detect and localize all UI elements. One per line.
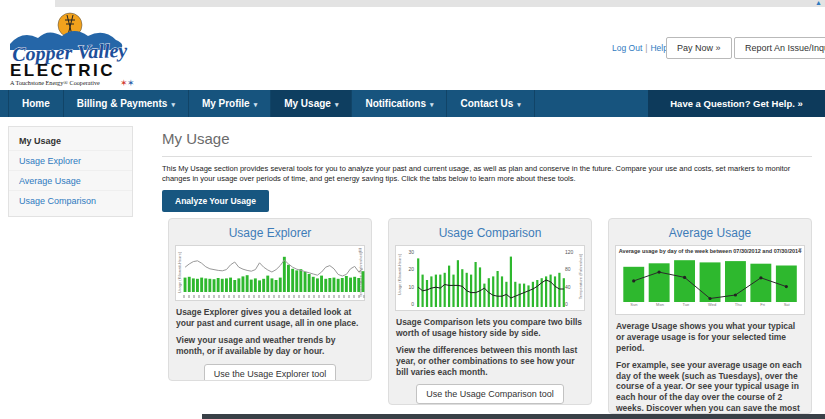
link-separator: |: [645, 43, 647, 53]
sidebar-item-average-usage[interactable]: Average Usage: [9, 171, 132, 191]
card-title: Usage Comparison: [395, 226, 585, 240]
usage-comparison-card: Usage Comparison Usage (Kilowatt-Hours) …: [388, 218, 592, 405]
use-usage-explorer-button[interactable]: Use the Usage Explorer tool: [204, 364, 337, 382]
y2-axis-ticks: 120 80 40 0: [565, 249, 577, 307]
logo-graphic: Copper Valley ELECTRIC A Touchstone Ener…: [8, 10, 140, 88]
sidebar-item-usage-comparison[interactable]: Usage Comparison: [9, 191, 132, 210]
chevron-down-icon: ▾: [171, 101, 175, 108]
average-usage-card: Average Usage Average usage by day of th…: [608, 218, 812, 414]
card-title: Average Usage: [615, 226, 805, 240]
page-title: My Usage: [162, 130, 812, 157]
company-logo[interactable]: Copper Valley ELECTRIC A Touchstone Ener…: [8, 10, 140, 88]
nav-item-contact-us[interactable]: Contact Us▾: [447, 90, 534, 117]
card-paragraph: For example, see your average usage on e…: [616, 360, 804, 414]
chevron-down-icon: ▾: [254, 101, 258, 108]
nav-item-my-profile[interactable]: My Profile▾: [189, 90, 271, 117]
card-title: Usage Explorer: [175, 226, 365, 240]
chart-menu-icon[interactable]: ≡: [358, 247, 362, 253]
usage-explorer-plot: [183, 250, 365, 292]
taskbar-strip: [202, 414, 825, 419]
y-axis-label: Usage (Kilowatt-Hours): [397, 254, 402, 295]
x-axis-day-labels: SunMonTueWedThuFriSat: [621, 302, 799, 307]
chevron-down-icon: ▾: [430, 101, 434, 108]
sidebar-item-usage-explorer[interactable]: Usage Explorer: [9, 151, 132, 171]
average-usage-chart: Average usage by day of the week between…: [615, 245, 805, 315]
card-paragraph: Usage Comparison lets you compare two bi…: [396, 317, 584, 339]
card-paragraph: Average Usage shows you what your typica…: [616, 321, 804, 354]
account-links: Log Out|Help: [612, 43, 668, 53]
log-out-link[interactable]: Log Out: [612, 43, 642, 53]
use-usage-comparison-button[interactable]: Use the Usage Comparison tool: [416, 384, 564, 404]
chart-title: Average usage by day of the week between…: [616, 248, 804, 254]
report-issue-button[interactable]: Report An Issue/Inquiry: [734, 37, 825, 59]
y-axis-label: Usage (Kilowatt-Hours): [177, 252, 182, 293]
card-paragraph: Usage Explorer gives you a detailed look…: [176, 307, 364, 329]
analyze-your-usage-button[interactable]: Analyze Your Usage: [162, 190, 269, 212]
sidebar-item-my-usage[interactable]: My Usage: [9, 131, 132, 151]
x-axis-tick-labels: [183, 295, 365, 298]
pay-now-button[interactable]: Pay Now »: [666, 37, 732, 59]
page: ▲ Copper Valley ELECTRIC A Touchstone En…: [0, 0, 825, 419]
main-nav: Home Billing & Payments▾ My Profile▾ My …: [0, 90, 825, 117]
y-axis-ticks: 30 20 10 0: [404, 249, 414, 307]
average-usage-plot: [621, 256, 799, 302]
header: Copper Valley ELECTRIC A Touchstone Ener…: [0, 7, 825, 90]
nav-item-notifications[interactable]: Notifications▾: [352, 90, 447, 117]
nav-items: Home Billing & Payments▾ My Profile▾ My …: [8, 90, 535, 117]
usage-explorer-card: Usage Explorer Usage (Kilowatt-Hours) Te…: [168, 218, 372, 381]
nav-item-my-usage[interactable]: My Usage▾: [271, 90, 352, 117]
nav-item-billing-payments[interactable]: Billing & Payments▾: [64, 90, 189, 117]
usage-comparison-plot: [416, 251, 566, 307]
card-paragraph: View the differences between this month …: [396, 345, 584, 378]
touchstone-spark-icon: ✶: [127, 78, 135, 88]
nav-item-home[interactable]: Home: [8, 90, 64, 117]
chart-menu-icon[interactable]: ≡: [798, 247, 802, 253]
usage-comparison-chart: Usage (Kilowatt-Hours) 30 20 10 0 120 80…: [395, 245, 585, 311]
chevron-down-icon: ▾: [335, 101, 339, 108]
y2-axis-label: Temperature (Fahrenheit): [358, 252, 363, 297]
sidebar: My Usage Usage Explorer Average Usage Us…: [8, 126, 133, 217]
chevron-down-icon: ▾: [517, 101, 521, 108]
intro-text: This My Usage section provides several t…: [162, 164, 810, 184]
get-help-link[interactable]: Have a Question? Get Help. »: [648, 90, 825, 117]
usage-explorer-chart: Usage (Kilowatt-Hours) Temperature (Fahr…: [175, 245, 365, 301]
card-paragraph: View your usage and weather trends by mo…: [176, 335, 364, 357]
main-content: My Usage This My Usage section provides …: [160, 126, 812, 212]
logo-tagline: A Touchstone Energy® Cooperative: [10, 79, 100, 86]
logo-line2: ELECTRIC: [10, 61, 115, 80]
scroll-up-arrow-icon[interactable]: ▲: [815, 0, 822, 7]
y2-axis-label: Temperature (Fahrenheit): [578, 254, 583, 299]
